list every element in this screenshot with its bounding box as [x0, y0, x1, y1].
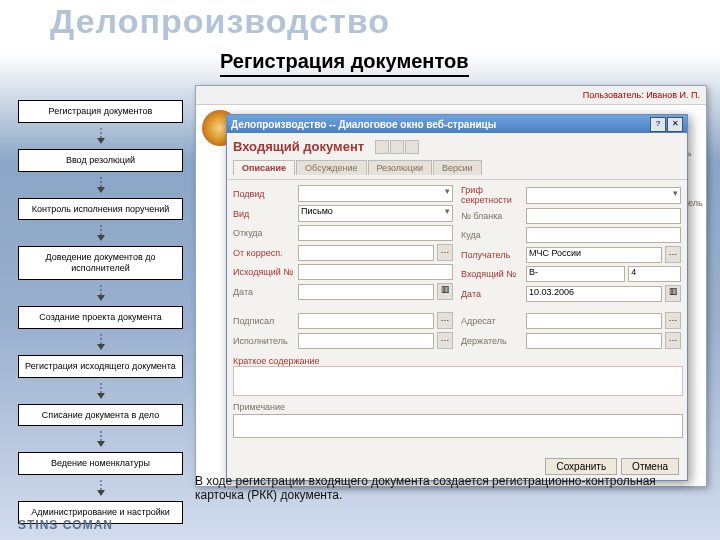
tab-description[interactable]: Описание	[233, 160, 295, 175]
label-ispolnitel: Исполнитель	[233, 336, 295, 346]
user-label: Пользователь: Иванов И. П.	[583, 90, 700, 100]
data2-input[interactable]: 10.03.2006	[526, 286, 662, 302]
slide-subtitle: Регистрация документов	[220, 50, 469, 77]
ispolnitel-input[interactable]	[298, 333, 434, 349]
save-button[interactable]: Сохранить	[545, 458, 617, 475]
app-window: Пользователь: Иванов И. П. Делопроизводс…	[195, 85, 707, 487]
label-grif: Гриф секретности	[461, 185, 523, 205]
prim-textarea[interactable]	[233, 414, 683, 438]
picker-icon[interactable]: …	[665, 312, 681, 329]
podvid-select[interactable]	[298, 185, 453, 202]
slide-title: Делопроизводство	[50, 2, 390, 41]
vhod-input[interactable]: В-	[526, 266, 625, 282]
flow-step[interactable]: Ведение номенклатуры	[18, 452, 183, 475]
poluch-input[interactable]: МЧС России	[526, 247, 662, 263]
derzhatel-input[interactable]	[526, 333, 662, 349]
help-icon[interactable]: ?	[650, 117, 666, 132]
label-otkuda: Откуда	[233, 228, 295, 238]
data-input[interactable]	[298, 284, 434, 300]
podpisal-input[interactable]	[298, 313, 434, 329]
label-otkorresp: От корресп.	[233, 248, 295, 258]
flow-step[interactable]: Списание документа в дело	[18, 404, 183, 427]
adresat-input[interactable]	[526, 313, 662, 329]
dialog-titlebar[interactable]: Делопроизводство -- Диалоговое окно веб-…	[227, 115, 687, 133]
label-adresat: Адресат	[461, 316, 523, 326]
workflow-column: Регистрация документов Ввод резолюций Ко…	[18, 100, 183, 524]
otkuda-input[interactable]	[298, 225, 453, 241]
picker-icon[interactable]: …	[665, 246, 681, 263]
tab-discussion[interactable]: Обсуждение	[296, 160, 366, 175]
tab-resolutions[interactable]: Резолюции	[368, 160, 432, 175]
flow-step[interactable]: Контроль исполнения поручений	[18, 198, 183, 221]
label-data: Дата	[233, 287, 295, 297]
label-kratkoe: Краткое содержание	[233, 356, 681, 366]
iskhod-input[interactable]	[298, 264, 453, 280]
label-vhod: Входящий №	[461, 269, 523, 279]
label-podvid: Подвид	[233, 189, 295, 199]
label-poluch: Получатель	[461, 250, 523, 260]
calendar-icon[interactable]: ▥	[665, 285, 681, 302]
brand-logo: STINS COMAN	[18, 518, 113, 532]
flow-step[interactable]: Создание проекта документа	[18, 306, 183, 329]
vid-select[interactable]: Письмо	[298, 205, 453, 222]
cancel-button[interactable]: Отмена	[621, 458, 679, 475]
label-iskhod: Исходящий №	[233, 267, 295, 277]
picker-icon[interactable]: …	[437, 332, 453, 349]
dialog-window: Делопроизводство -- Диалоговое окно веб-…	[226, 114, 688, 481]
dialog-title: Делопроизводство -- Диалоговое окно веб-…	[231, 119, 649, 130]
blank-input[interactable]	[526, 208, 681, 224]
label-kuda: Куда	[461, 230, 523, 240]
kuda-input[interactable]	[526, 227, 681, 243]
label-vid: Вид	[233, 209, 295, 219]
close-icon[interactable]: ✕	[667, 117, 683, 132]
label-podpisal: Подписал	[233, 316, 295, 326]
tabstrip: Описание Обсуждение Резолюции Версии	[233, 160, 681, 175]
picker-icon[interactable]: …	[665, 332, 681, 349]
label-blank: № бланка	[461, 211, 523, 221]
tab-versions[interactable]: Версии	[433, 160, 482, 175]
picker-icon[interactable]: …	[437, 244, 453, 261]
calendar-icon[interactable]: ▥	[437, 283, 453, 300]
flow-step[interactable]: Ввод резолюций	[18, 149, 183, 172]
flow-step[interactable]: Регистрация документов	[18, 100, 183, 123]
label-prim: Примечание	[233, 402, 681, 412]
kratkoe-textarea[interactable]	[233, 366, 683, 396]
doc-title: Входящий документ	[233, 139, 364, 154]
vhod-extra-input[interactable]: 4	[628, 266, 681, 282]
grif-select[interactable]	[526, 187, 681, 204]
flow-step[interactable]: Доведение документов до исполнителей	[18, 246, 183, 280]
footer-text: В ходе регистрации входящего документа с…	[195, 474, 695, 502]
label-derzhatel: Держатель	[461, 336, 523, 346]
title-icons	[375, 140, 420, 156]
otkorresp-input[interactable]	[298, 245, 434, 261]
label-data2: Дата	[461, 289, 523, 299]
flow-step[interactable]: Регистрация исходящего документа	[18, 355, 183, 378]
picker-icon[interactable]: …	[437, 312, 453, 329]
